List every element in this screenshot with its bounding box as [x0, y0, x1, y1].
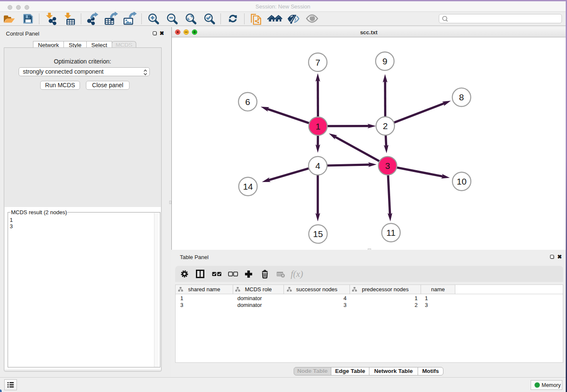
svg-text:2: 2: [383, 121, 388, 131]
svg-text:8: 8: [459, 92, 464, 102]
svg-text:4: 4: [315, 161, 320, 171]
svg-text:f(x): f(x): [291, 269, 303, 279]
svg-text:7: 7: [315, 58, 320, 67]
svg-text:6: 6: [245, 97, 250, 107]
svg-text:14: 14: [243, 182, 253, 191]
svg-text:Memory: Memory: [542, 382, 561, 388]
svg-text:1: 1: [316, 121, 321, 131]
svg-text:9: 9: [383, 56, 388, 66]
svg-text:15: 15: [313, 229, 323, 239]
svg-text:11: 11: [386, 228, 396, 237]
svg-text:10: 10: [457, 177, 466, 186]
svg-text:3: 3: [385, 161, 390, 171]
